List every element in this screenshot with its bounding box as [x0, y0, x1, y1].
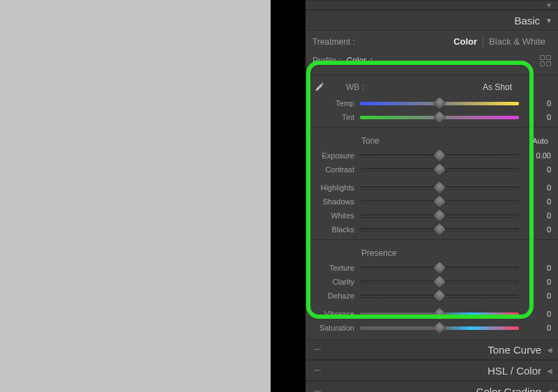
slider-track[interactable]: [360, 266, 519, 270]
wb-row: WB : As Shot: [306, 78, 558, 96]
slider-thumb[interactable]: [433, 262, 446, 274]
slider-value[interactable]: 0: [519, 324, 551, 332]
slider-track[interactable]: [360, 102, 519, 105]
treatment-bw[interactable]: Black & White: [483, 35, 551, 48]
slider-track[interactable]: [360, 154, 519, 158]
chevron-down-icon: ▼: [545, 17, 552, 24]
slider-label: Contrast: [312, 165, 360, 174]
slider-thumb[interactable]: [433, 223, 446, 236]
eyedropper-icon[interactable]: [312, 81, 325, 93]
panel-header-hsl[interactable]: HSL / Color ◀: [306, 360, 558, 381]
slider-value[interactable]: 0: [519, 183, 551, 192]
slider-label: Clarity: [312, 278, 360, 286]
chevron-left-icon: ◀: [547, 367, 552, 375]
slider-label: Saturation: [312, 324, 360, 332]
slider-thumb[interactable]: [433, 276, 446, 288]
develop-panel: ▼ Basic ▼ Treatment : Color Black & Whit…: [306, 0, 558, 392]
chevron-left-icon: ◀: [547, 388, 552, 393]
treatment-label: Treatment :: [312, 37, 355, 47]
divider: [306, 127, 558, 128]
slider-track[interactable]: [360, 200, 519, 204]
slider-track[interactable]: [360, 326, 519, 330]
slider-label: Whites: [312, 211, 360, 220]
slider-track[interactable]: [360, 280, 519, 284]
slider-label: Texture: [312, 264, 360, 272]
slider-track[interactable]: [360, 168, 519, 172]
slider-label: Exposure: [312, 151, 360, 160]
slider-thumb[interactable]: [433, 209, 446, 222]
slider-tint: Tint 0: [306, 110, 558, 124]
profile-stepper[interactable]: ▲▼: [369, 57, 373, 65]
slider-whites: Whites 0: [306, 209, 558, 223]
slider-temp: Temp 0: [306, 96, 558, 110]
slider-thumb[interactable]: [433, 289, 446, 302]
group-presence-header: Presence: [306, 243, 558, 261]
slider-thumb[interactable]: [433, 322, 446, 334]
slider-label: Dehaze: [312, 292, 360, 300]
slider-shadows: Shadows 0: [306, 195, 558, 209]
wb-label: WB :: [346, 82, 364, 92]
panel-title-basic: Basic: [514, 15, 540, 27]
slider-value[interactable]: 0: [519, 165, 551, 174]
slider-thumb[interactable]: [433, 181, 446, 194]
slider-blacks: Blacks 0: [306, 223, 558, 236]
slider-thumb[interactable]: [433, 163, 446, 176]
slider-vibrance: Vibrance 0: [306, 307, 558, 321]
slider-value[interactable]: 0: [519, 225, 551, 234]
slider-dehaze: Dehaze 0: [306, 289, 558, 303]
slider-track[interactable]: [360, 228, 519, 232]
slider-thumb[interactable]: [433, 308, 446, 320]
panel-gutter: [271, 0, 306, 392]
slider-value[interactable]: 0: [519, 113, 551, 121]
slider-track[interactable]: [360, 116, 519, 119]
slider-clarity: Clarity 0: [306, 275, 558, 289]
slider-value[interactable]: 0.00: [519, 151, 551, 160]
slider-exposure: Exposure 0.00: [306, 149, 558, 163]
panel-strip-top: ▼: [306, 0, 558, 10]
group-title: Tone: [361, 136, 379, 146]
panel-title: Color Grading: [476, 386, 541, 393]
slider-value[interactable]: 0: [519, 292, 551, 300]
slider-label: Tint: [312, 113, 360, 121]
slider-track[interactable]: [360, 312, 519, 316]
panel-title: Tone Curve: [488, 344, 541, 356]
treatment-color[interactable]: Color: [448, 35, 483, 48]
panel-switch-icon[interactable]: [314, 349, 321, 350]
slider-value[interactable]: 0: [519, 278, 551, 286]
slider-value[interactable]: 0: [519, 211, 551, 220]
slider-label: Temp: [312, 99, 360, 107]
profile-row: Profile : Color ▲▼: [306, 52, 558, 72]
slider-label: Shadows: [312, 197, 360, 206]
panel-header-basic[interactable]: Basic ▼: [306, 10, 558, 31]
slider-track[interactable]: [360, 186, 519, 190]
profile-label: Profile :: [312, 56, 341, 66]
slider-track[interactable]: [360, 214, 519, 218]
slider-track[interactable]: [360, 294, 519, 298]
panel-header-colorgrading[interactable]: Color Grading ◀: [306, 381, 558, 392]
chevron-left-icon: ◀: [547, 346, 552, 354]
slider-label: Vibrance: [312, 310, 360, 318]
group-title: Presence: [361, 248, 397, 258]
image-preview-area[interactable]: [0, 0, 271, 392]
treatment-segmented: Color Black & White: [448, 35, 551, 48]
profile-value[interactable]: Color: [347, 56, 367, 66]
slider-thumb[interactable]: [433, 195, 446, 208]
profile-browser-icon[interactable]: [540, 55, 551, 66]
slider-label: Blacks: [312, 225, 360, 234]
panel-switch-icon[interactable]: [314, 370, 321, 371]
tone-auto-button[interactable]: Auto: [532, 137, 548, 145]
slider-value[interactable]: 0: [519, 264, 551, 272]
slider-contrast: Contrast 0: [306, 163, 558, 176]
slider-thumb[interactable]: [433, 149, 446, 162]
wb-value[interactable]: As Shot: [483, 82, 512, 92]
panel-header-tonecurve[interactable]: Tone Curve ◀: [306, 339, 558, 360]
group-tone-header: Tone Auto: [306, 130, 558, 149]
slider-value[interactable]: 0: [519, 310, 551, 318]
slider-thumb[interactable]: [433, 97, 446, 110]
slider-value[interactable]: 0: [519, 99, 551, 107]
slider-label: Highlights: [312, 183, 360, 192]
slider-highlights: Highlights 0: [306, 181, 558, 195]
divider: [306, 239, 558, 240]
slider-thumb[interactable]: [433, 111, 446, 123]
slider-value[interactable]: 0: [519, 197, 551, 206]
